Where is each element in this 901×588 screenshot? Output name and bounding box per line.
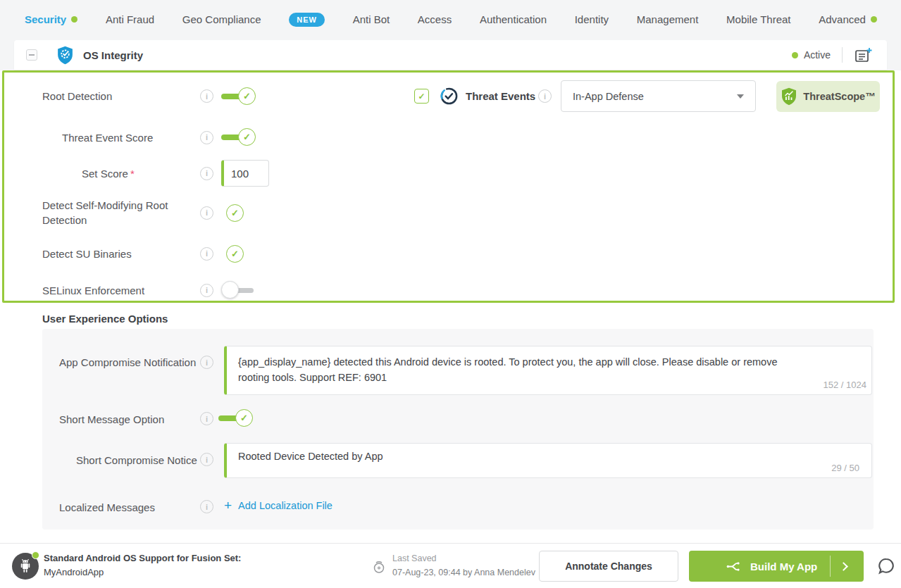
chevron-right-icon[interactable] — [839, 562, 848, 571]
new-badge: NEW — [289, 13, 325, 27]
nav-tab-identity[interactable]: Identity — [575, 13, 609, 25]
nav-tab-authentication[interactable]: Authentication — [480, 13, 547, 25]
ux-options-header: User Experience Options — [42, 313, 168, 325]
plus-icon: + — [224, 500, 232, 511]
info-icon[interactable] — [200, 167, 213, 180]
page: Security Anti Fraud Geo Compliance NEW A… — [0, 0, 901, 588]
threat-events-icon — [440, 87, 459, 106]
chevron-down-icon — [737, 94, 744, 99]
divider — [842, 47, 843, 63]
selinux-row: SELinux Enforcement — [4, 277, 893, 304]
button-divider — [830, 556, 831, 577]
add-localization-label: Add Localization File — [238, 500, 333, 511]
nav-tab-label: Anti Fraud — [106, 13, 154, 25]
fusion-set-app: MyAndroidApp — [44, 565, 241, 580]
nav-tab-management[interactable]: Management — [637, 13, 699, 25]
last-saved-icon — [372, 560, 386, 577]
info-icon[interactable] — [200, 131, 213, 144]
detect-su-binaries-label: Detect SU Binaries — [42, 248, 132, 260]
nav-tab-label: Management — [637, 13, 699, 25]
android-robot-icon — [18, 558, 33, 575]
nav-tab-label: Mobile Threat — [726, 13, 790, 25]
add-note-icon[interactable] — [854, 46, 873, 64]
set-score-row: Set Score* — [4, 160, 893, 187]
threat-events-label: Threat Events — [466, 90, 535, 102]
root-detection-row: Root Detection Threat Events In-App Defe… — [4, 80, 893, 112]
threat-events-checkbox[interactable] — [414, 89, 429, 104]
collapse-section-button[interactable] — [26, 49, 37, 61]
status-badge: Active — [792, 49, 831, 61]
info-icon[interactable] — [200, 206, 213, 220]
detect-su-binaries-check[interactable] — [226, 245, 244, 263]
status-dot-icon — [792, 52, 798, 58]
top-nav: Security Anti Fraud Geo Compliance NEW A… — [0, 0, 901, 39]
info-icon[interactable] — [200, 284, 213, 297]
nav-tab-advanced[interactable]: Advanced — [819, 13, 877, 25]
char-counter: 29 / 50 — [775, 463, 859, 473]
threat-event-score-row: Threat Event Score — [4, 123, 893, 151]
page-title: OS Integrity — [83, 49, 143, 61]
nav-tab-label: Security — [25, 13, 66, 25]
info-icon[interactable] — [200, 356, 213, 369]
chat-bubble-icon[interactable] — [877, 557, 895, 578]
detect-su-binaries-row: Detect SU Binaries — [4, 240, 893, 267]
nav-tab-anti-bot[interactable]: Anti Bot — [353, 13, 390, 25]
nav-tab-label: Advanced — [819, 13, 866, 25]
info-icon[interactable] — [200, 247, 213, 261]
annotate-changes-button[interactable]: Annotate Changes — [539, 551, 678, 582]
active-dot-icon — [71, 16, 77, 23]
required-asterisk: * — [130, 168, 135, 180]
info-icon[interactable] — [200, 89, 213, 103]
detect-self-modifying-check[interactable] — [226, 204, 244, 222]
info-icon[interactable] — [200, 500, 213, 513]
info-icon[interactable] — [200, 412, 213, 425]
threat-response-dropdown[interactable]: In-App Defense — [561, 80, 756, 112]
avatar-status-dot — [32, 551, 39, 559]
short-message-label: Short Message Option — [59, 413, 164, 425]
os-integrity-header: OS Integrity Active — [14, 40, 887, 70]
nav-tab-security[interactable]: Security — [25, 13, 77, 25]
root-detection-toggle[interactable] — [221, 87, 256, 106]
add-localization-file-link[interactable]: + Add Localization File — [224, 500, 333, 511]
detect-self-modifying-label: Detect Self-Modifying Root Detection — [42, 198, 173, 227]
selinux-toggle[interactable] — [221, 281, 254, 299]
info-icon[interactable] — [538, 89, 552, 103]
active-dot-icon — [871, 16, 877, 23]
last-saved-label: Last Saved — [392, 551, 535, 565]
last-saved-info: Last Saved 07-Aug-23, 09:44 by Anna Mend… — [392, 551, 535, 580]
nav-tab-label: Authentication — [480, 13, 547, 25]
nav-tab-label: Anti Bot — [353, 13, 390, 25]
dropdown-value: In-App Defense — [573, 91, 644, 102]
nav-tab-access[interactable]: Access — [418, 13, 452, 25]
info-icon[interactable] — [200, 453, 213, 466]
detect-self-modifying-row: Detect Self-Modifying Root Detection — [4, 196, 893, 230]
nav-tab-label: Identity — [575, 13, 609, 25]
nav-tab-anti-fraud[interactable]: Anti Fraud — [106, 13, 154, 25]
footer-bar: Standard Android OS Support for Fusion S… — [0, 543, 901, 588]
threatscope-shield-icon — [781, 87, 797, 106]
nav-tab-label: Geo Compliance — [182, 13, 261, 25]
fusion-set-info: Standard Android OS Support for Fusion S… — [44, 551, 241, 580]
build-icon — [726, 558, 742, 575]
build-my-app-button[interactable]: Build My App — [689, 551, 864, 582]
app-compromise-label: App Compromise Notification — [59, 356, 196, 368]
set-score-input[interactable] — [221, 160, 269, 187]
last-saved-value: 07-Aug-23, 09:44 by Anna Mendelev — [392, 565, 535, 580]
threat-event-score-label: Threat Event Score — [62, 132, 153, 144]
set-score-label: Set Score* — [82, 168, 135, 180]
nav-tab-label: Access — [418, 13, 452, 25]
threat-event-score-toggle[interactable] — [221, 128, 256, 146]
selinux-label: SELinux Enforcement — [42, 284, 144, 296]
short-message-toggle[interactable] — [218, 409, 253, 427]
nav-tab-geo-compliance[interactable]: Geo Compliance — [182, 13, 261, 25]
nav-tab-mobile-threat[interactable]: Mobile Threat — [726, 13, 790, 25]
ux-options-panel: App Compromise Notification {app_display… — [42, 329, 874, 530]
threatscope-button[interactable]: ThreatScope™ — [776, 81, 880, 112]
root-detection-panel: Root Detection Threat Events In-App Defe… — [2, 70, 895, 303]
status-label: Active — [804, 49, 831, 61]
root-detection-label: Root Detection — [42, 90, 112, 102]
build-button-label: Build My App — [750, 561, 817, 573]
char-counter: 152 / 1024 — [775, 380, 866, 390]
fusion-set-title: Standard Android OS Support for Fusion S… — [44, 551, 241, 565]
threatscope-label: ThreatScope™ — [803, 91, 875, 102]
